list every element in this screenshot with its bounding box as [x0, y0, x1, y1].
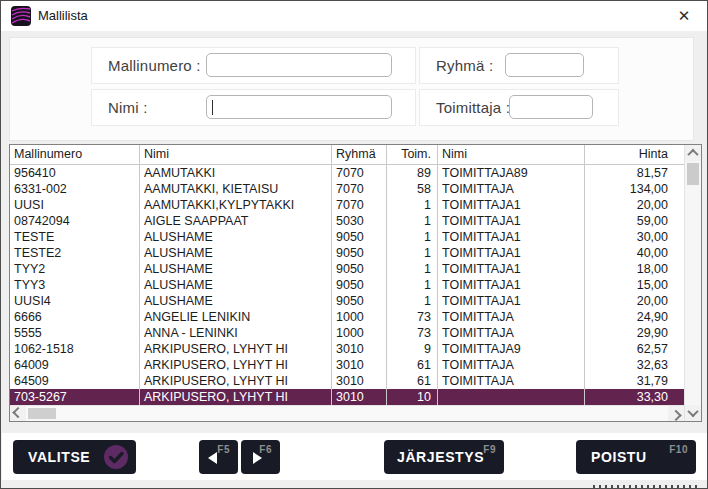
table-cell: 61: [387, 373, 438, 389]
table-cell: 62,57: [585, 341, 684, 357]
ryhma-group: Ryhmä :: [419, 47, 619, 84]
table-row[interactable]: 5555ANNA - LENINKI100073TOIMITTAJA29,90: [10, 325, 684, 341]
table-cell: 61: [387, 357, 438, 373]
close-icon[interactable]: ✕: [673, 5, 695, 27]
table-cell: TOIMITTAJA1: [438, 213, 585, 229]
table-cell: TOIMITTAJA1: [438, 229, 585, 245]
table-cell: TYY3: [10, 277, 140, 293]
table-cell: TOIMITTAJA9: [438, 341, 585, 357]
ryhma-input[interactable]: [505, 53, 584, 77]
table-cell: 33,30: [585, 389, 684, 405]
table-row[interactable]: 64509ARKIPUSERO, LYHYT HI301061TOIMITTAJ…: [10, 373, 684, 389]
table-cell: 08742094: [10, 213, 140, 229]
table-cell: 703-5267: [10, 389, 140, 405]
exit-button-label: POISTU: [591, 440, 647, 474]
table-cell: 1: [387, 277, 438, 293]
table-row[interactable]: TESTE2ALUSHAME90501TOIMITTAJA140,00: [10, 245, 684, 261]
nimi-group: Nimi :: [91, 89, 416, 126]
table-cell: AAMUTAKKI, KIETAISU: [140, 181, 332, 197]
table-cell: 73: [387, 309, 438, 325]
next-button[interactable]: F6: [241, 440, 280, 474]
sort-button[interactable]: JÄRJESTYS F9: [384, 440, 504, 474]
table-cell: TOIMITTAJA: [438, 325, 585, 341]
table-cell: 1: [387, 213, 438, 229]
table-row[interactable]: TYY2ALUSHAME90501TOIMITTAJA118,00: [10, 261, 684, 277]
exit-fkey-label: F10: [669, 444, 688, 455]
table-cell: 1: [387, 245, 438, 261]
table-cell: 89: [387, 165, 438, 181]
table-cell: 3010: [332, 341, 387, 357]
table-row[interactable]: TESTEALUSHAME90501TOIMITTAJA130,00: [10, 229, 684, 245]
table-cell: 5555: [10, 325, 140, 341]
column-header[interactable]: Nimi: [140, 145, 332, 164]
table-cell: 73: [387, 325, 438, 341]
table-cell: 3010: [332, 357, 387, 373]
column-header[interactable]: Nimi: [438, 145, 585, 164]
scroll-left-button[interactable]: [10, 406, 26, 421]
table-row[interactable]: 6331-002AAMUTAKKI, KIETAISU707058TOIMITT…: [10, 181, 684, 197]
table-cell: ALUSHAME: [140, 293, 332, 309]
table-row[interactable]: 703-5267ARKIPUSERO, LYHYT HI30101033,30: [10, 389, 684, 405]
table-cell: ANGELIE LENIKIN: [140, 309, 332, 325]
table-cell: TOIMITTAJA1: [438, 197, 585, 213]
table-cell: 1062-1518: [10, 341, 140, 357]
toimittaja-group: Toimittaja :: [419, 89, 619, 126]
table-row[interactable]: 08742094AIGLE SAAPPAAT50301TOIMITTAJA159…: [10, 213, 684, 229]
table-cell: TESTE2: [10, 245, 140, 261]
table-cell: 1: [387, 293, 438, 309]
clipped-text-sliver: [593, 485, 701, 488]
column-header[interactable]: Hinta: [585, 145, 684, 164]
arrow-left-icon: [208, 452, 217, 464]
scroll-up-button[interactable]: [685, 145, 701, 161]
horizontal-scrollbar[interactable]: [10, 405, 684, 421]
table-cell: TOIMITTAJA: [438, 181, 585, 197]
vertical-scrollbar[interactable]: [684, 145, 701, 421]
vertical-scroll-thumb[interactable]: [687, 163, 699, 185]
table-cell: 24,90: [585, 309, 684, 325]
table-cell: 31,79: [585, 373, 684, 389]
table-row[interactable]: 6666ANGELIE LENIKIN100073TOIMITTAJA24,90: [10, 309, 684, 325]
table-cell: ALUSHAME: [140, 229, 332, 245]
table-row[interactable]: 956410AAMUTAKKI707089TOIMITTAJA8981,57: [10, 165, 684, 181]
checkmark-icon: [103, 444, 129, 470]
table-cell: TYY2: [10, 261, 140, 277]
scroll-down-button[interactable]: [685, 405, 701, 421]
toimittaja-input[interactable]: [509, 95, 593, 119]
column-header[interactable]: Toim.: [387, 145, 438, 164]
table-cell: TOIMITTAJA1: [438, 261, 585, 277]
table-cell: 9: [387, 341, 438, 357]
table-cell: 9050: [332, 245, 387, 261]
table-cell: 64509: [10, 373, 140, 389]
chevron-up-icon: [687, 149, 698, 160]
column-header[interactable]: Mallinumero: [10, 145, 140, 164]
sort-fkey-label: F9: [483, 444, 496, 455]
mallinumero-label: Mallinumero :: [108, 48, 201, 83]
table-cell: 32,63: [585, 357, 684, 373]
horizontal-scroll-thumb[interactable]: [28, 408, 56, 419]
table-cell: 956410: [10, 165, 140, 181]
next-fkey-label: F6: [259, 444, 272, 455]
table-cell: ALUSHAME: [140, 277, 332, 293]
table-row[interactable]: UUSI4ALUSHAME90501TOIMITTAJA120,00: [10, 293, 684, 309]
table-cell: 1000: [332, 325, 387, 341]
previous-button[interactable]: F5: [199, 440, 238, 474]
select-button[interactable]: VALITSE: [13, 440, 136, 474]
table-cell: 134,00: [585, 181, 684, 197]
exit-button[interactable]: POISTU F10: [576, 440, 696, 474]
table-rows: 956410AAMUTAKKI707089TOIMITTAJA8981,5763…: [10, 165, 684, 405]
table-cell: 6331-002: [10, 181, 140, 197]
mallinumero-input[interactable]: [206, 53, 392, 77]
column-header[interactable]: Ryhmä: [332, 145, 387, 164]
table-cell: 1: [387, 261, 438, 277]
table-row[interactable]: TYY3ALUSHAME90501TOIMITTAJA115,00: [10, 277, 684, 293]
table-cell: 3010: [332, 389, 387, 405]
scroll-right-button[interactable]: [668, 406, 684, 421]
nimi-label: Nimi :: [108, 90, 148, 125]
previous-fkey-label: F5: [217, 444, 230, 455]
table-row[interactable]: 1062-1518ARKIPUSERO, LYHYT HI30109TOIMIT…: [10, 341, 684, 357]
nimi-input[interactable]: [206, 95, 392, 119]
table-cell: 20,00: [585, 197, 684, 213]
table-row[interactable]: UUSIAAMUTAKKI,KYLPYTAKKI70701TOIMITTAJA1…: [10, 197, 684, 213]
table-cell: UUSI: [10, 197, 140, 213]
table-row[interactable]: 64009ARKIPUSERO, LYHYT HI301061TOIMITTAJ…: [10, 357, 684, 373]
